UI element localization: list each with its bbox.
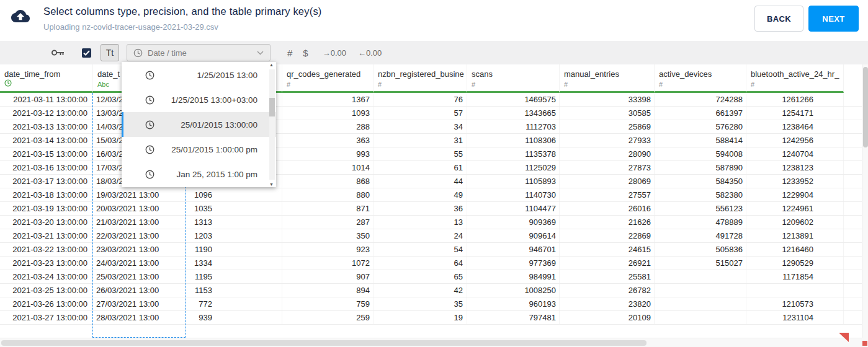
increase-decimals-button[interactable]: →0.00 <box>323 48 346 58</box>
table-cell[interactable]: 505836 <box>655 243 746 256</box>
table-cell[interactable]: 363 <box>282 134 374 147</box>
table-cell[interactable]: 2021-03-13 13:00:00 <box>0 120 93 133</box>
table-cell[interactable]: 2021-03-27 13:00:00 <box>0 311 93 324</box>
table-cell[interactable]: 35 <box>374 297 467 310</box>
table-cell[interactable]: 478889 <box>655 216 746 229</box>
table-cell[interactable]: 65 <box>374 270 467 283</box>
table-cell[interactable]: 2021-03-11 13:00:00 <box>0 93 93 106</box>
table-cell[interactable]: 1216460 <box>746 243 844 256</box>
table-cell[interactable]: 287 <box>282 216 374 229</box>
table-cell[interactable]: 21/03/2021 13:00 <box>93 216 186 229</box>
table-cell[interactable]: 1469575 <box>467 93 560 106</box>
table-cell[interactable]: 1105893 <box>467 175 560 188</box>
table-cell[interactable] <box>655 270 746 283</box>
table-cell[interactable]: 1242956 <box>746 134 844 147</box>
table-cell[interactable]: 27873 <box>560 161 655 174</box>
header-cell[interactable]: active_devices# <box>655 64 746 93</box>
table-cell[interactable]: 2021-03-23 13:00:00 <box>0 257 93 270</box>
table-cell[interactable]: 1112703 <box>467 120 560 133</box>
dropdown-scroll-up-icon[interactable]: ▲ <box>269 63 274 67</box>
table-cell[interactable]: 33398 <box>560 93 655 106</box>
table-cell[interactable] <box>655 311 746 324</box>
table-cell[interactable]: 31 <box>374 134 467 147</box>
table-cell[interactable]: 984991 <box>467 270 560 283</box>
table-cell[interactable]: 2021-03-21 13:00:00 <box>0 229 93 242</box>
table-cell[interactable]: 1229904 <box>746 188 844 201</box>
table-cell[interactable]: 44 <box>374 175 467 188</box>
table-cell[interactable]: 24 <box>374 229 467 242</box>
table-cell[interactable]: 1008250 <box>467 284 560 297</box>
table-cell[interactable]: 49 <box>374 188 467 201</box>
table-cell[interactable]: 759 <box>282 297 374 310</box>
table-cell[interactable]: 1125029 <box>467 161 560 174</box>
table-cell[interactable]: 1233952 <box>746 175 844 188</box>
table-cell[interactable]: 34 <box>374 120 467 133</box>
dropdown-item[interactable]: Jan 25, 2015 1:00 pm <box>122 162 276 187</box>
table-cell[interactable]: 2021-03-12 13:00:00 <box>0 107 93 120</box>
number-type-button[interactable]: # <box>287 48 292 58</box>
table-cell[interactable]: 2021-03-18 13:00:00 <box>0 188 93 201</box>
table-cell[interactable]: 1238123 <box>746 161 844 174</box>
table-cell[interactable]: 2021-03-16 13:00:00 <box>0 161 93 174</box>
table-cell[interactable]: 797481 <box>467 311 560 324</box>
table-cell[interactable]: 939 <box>186 311 282 324</box>
table-cell[interactable]: 36 <box>374 202 467 215</box>
table-cell[interactable]: 909614 <box>467 229 560 242</box>
table-cell[interactable]: 23/03/2021 13:00 <box>93 243 186 256</box>
table-cell[interactable]: 1313 <box>186 216 282 229</box>
table-cell[interactable]: 880 <box>282 188 374 201</box>
dropdown-item[interactable]: 25/01/2015 13:00:00 <box>122 112 276 137</box>
table-cell[interactable]: 1108306 <box>467 134 560 147</box>
table-cell[interactable]: 2021-03-15 13:00:00 <box>0 147 93 160</box>
table-cell[interactable]: 1334 <box>186 257 282 270</box>
table-cell[interactable]: 1093 <box>282 107 374 120</box>
table-cell[interactable]: 1195 <box>186 270 282 283</box>
table-cell[interactable]: 2021-03-19 13:00:00 <box>0 202 93 215</box>
table-cell[interactable]: 1213891 <box>746 229 844 242</box>
header-cell[interactable]: manual_entries# <box>560 64 655 93</box>
table-cell[interactable]: 21626 <box>560 216 655 229</box>
table-cell[interactable]: 491728 <box>655 229 746 242</box>
table-cell[interactable]: 868 <box>282 175 374 188</box>
decrease-decimals-button[interactable]: ←0.00 <box>358 48 382 58</box>
table-cell[interactable]: 515027 <box>655 257 746 270</box>
table-cell[interactable]: 27557 <box>560 188 655 201</box>
horizontal-scrollbar[interactable] <box>0 338 862 347</box>
vertical-scrollbar-thumb[interactable] <box>863 67 868 147</box>
dropdown-scrollbar[interactable] <box>269 69 275 180</box>
table-cell[interactable]: 2021-03-20 13:00:00 <box>0 216 93 229</box>
text-type-button[interactable]: Tt <box>101 44 119 61</box>
table-cell[interactable]: 20/03/2021 13:00 <box>93 202 186 215</box>
table-cell[interactable]: 576280 <box>655 120 746 133</box>
table-cell[interactable]: 946701 <box>467 243 560 256</box>
table-cell[interactable]: 871 <box>282 202 374 215</box>
table-cell[interactable]: 772 <box>186 297 282 310</box>
table-cell[interactable]: 76 <box>374 93 467 106</box>
table-cell[interactable]: 27933 <box>560 134 655 147</box>
table-cell[interactable]: 19/03/2021 13:00 <box>93 188 186 201</box>
dropdown-scrollbar-thumb[interactable] <box>269 98 275 116</box>
table-cell[interactable]: 19 <box>374 311 467 324</box>
table-cell[interactable]: 25581 <box>560 270 655 283</box>
table-cell[interactable]: 26/03/2021 13:00 <box>93 284 186 297</box>
table-cell[interactable]: 1367 <box>282 93 374 106</box>
table-cell[interactable]: 1240704 <box>746 147 844 160</box>
table-cell[interactable]: 24615 <box>560 243 655 256</box>
back-button[interactable]: BACK <box>754 6 803 32</box>
dropdown-item[interactable]: 1/25/2015 13:00+03:00 <box>122 87 276 112</box>
table-cell[interactable]: 1072 <box>282 257 374 270</box>
table-cell[interactable]: 26782 <box>560 284 655 297</box>
horizontal-scrollbar-thumb[interactable] <box>1 340 647 346</box>
table-cell[interactable]: 288 <box>282 120 374 133</box>
table-cell[interactable]: 20109 <box>560 311 655 324</box>
table-cell[interactable]: 907 <box>282 270 374 283</box>
table-cell[interactable]: 22/03/2021 13:00 <box>93 229 186 242</box>
table-cell[interactable]: 42 <box>374 284 467 297</box>
table-cell[interactable]: 1210573 <box>746 297 844 310</box>
currency-type-button[interactable]: $ <box>303 48 308 58</box>
column-select-checkbox[interactable] <box>82 48 91 58</box>
table-cell[interactable]: 588414 <box>655 134 746 147</box>
table-cell[interactable]: 587890 <box>655 161 746 174</box>
table-cell[interactable]: 1153 <box>186 284 282 297</box>
dropdown-item[interactable]: 1/25/2015 13:00 <box>122 63 276 87</box>
